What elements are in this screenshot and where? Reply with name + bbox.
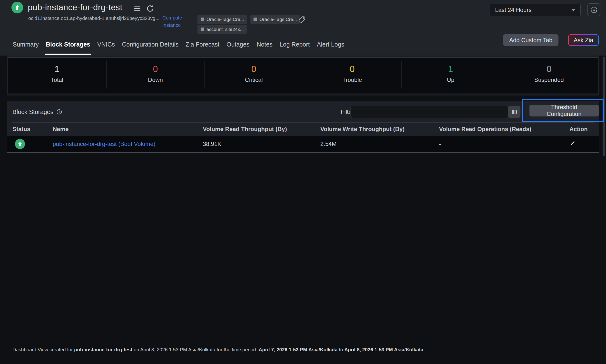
tab-actions: Add Custom Tab Ask Zia — [503, 34, 599, 46]
time-range-value: Last 24 Hours — [495, 7, 531, 13]
table-columns-icon — [511, 108, 518, 116]
refresh-icon[interactable] — [146, 4, 155, 14]
ask-zia-button[interactable]: Ask Zia — [568, 34, 599, 46]
stat-trouble[interactable]: 0 Trouble — [303, 58, 401, 93]
col-name: Name — [53, 126, 203, 132]
stat-value: 1 — [448, 64, 453, 74]
filter-input[interactable] — [350, 106, 508, 118]
table-header-row: Status Name Volume Read Throughput (By) … — [7, 123, 599, 136]
stat-value: 1 — [55, 64, 59, 74]
footer-monitor-name: pub-instance-for-drg-test — [74, 347, 132, 352]
footer-text: . — [423, 347, 426, 352]
stat-suspended[interactable]: 0 Suspended — [500, 58, 598, 93]
tag-chip[interactable]: Oracle-Tags.Cre... — [198, 15, 247, 24]
table-row: pub-instance-for-drg-test (Boot Volume) … — [7, 136, 599, 153]
tab-zia-forecast[interactable]: Zia Forecast — [185, 41, 219, 50]
tab-block-storages[interactable]: Block Storages — [46, 41, 90, 50]
ask-zia-label: Ask Zia — [569, 35, 598, 45]
tab-log-report[interactable]: Log Report — [280, 41, 310, 50]
tab-outages[interactable]: Outages — [226, 41, 250, 50]
section-title: Block Storages — [13, 108, 53, 116]
stat-total[interactable]: 1 Total — [8, 58, 106, 93]
tab-bar: Summary Block Storages VNICs Configurati… — [13, 41, 344, 50]
read-throughput-value: 38.91K — [203, 141, 320, 147]
col-read-throughput: Volume Read Throughput (By) — [203, 126, 320, 132]
page-title: pub-instance-for-drg-test — [28, 2, 122, 12]
ocid-text: ocid1.instance.oc1.ap-hyderabad-1.anuhsl… — [28, 16, 159, 21]
tab-alert-logs[interactable]: Alert Logs — [317, 41, 344, 50]
footer-period-start: April 7, 2026 1:53 PM Asia/Kolkata — [259, 347, 338, 352]
column-picker-button[interactable] — [508, 106, 520, 118]
tab-summary[interactable]: Summary — [13, 41, 39, 50]
stat-label: Down — [148, 77, 163, 83]
stat-label: Critical — [245, 77, 263, 83]
tag-label: Oracle-Tags.Cre... — [207, 17, 244, 22]
stat-up[interactable]: 1 Up — [401, 58, 500, 93]
footer-text: on April 8, 2026 1:53 PM Asia/Kolkata fo… — [132, 347, 259, 352]
header-bar: pub-instance-for-drg-test ocid1.instance… — [0, 0, 606, 55]
tab-configuration-details[interactable]: Configuration Details — [122, 41, 178, 50]
chevron-down-icon — [571, 9, 576, 12]
tag-color-swatch — [201, 27, 204, 31]
edit-pencil-icon[interactable] — [569, 140, 576, 148]
status-summary-wrap: 1 Total 0 Down 0 Critical 0 Trouble 1 Up… — [7, 55, 599, 95]
info-icon[interactable] — [56, 109, 62, 115]
read-operations-value: - — [439, 141, 569, 147]
stat-down[interactable]: 0 Down — [106, 58, 205, 93]
footer-period-end: April 8, 2026 1:53 PM Asia/Kolkata — [344, 347, 423, 352]
expand-view-button[interactable] — [587, 3, 600, 16]
volume-name-link[interactable]: pub-instance-for-drg-test (Boot Volume) — [53, 141, 156, 147]
tag-label: Oracle-Tags.Cre... — [259, 17, 297, 22]
stat-value: 0 — [251, 64, 256, 74]
stat-value: 0 — [153, 64, 158, 74]
vertical-scrollbar-thumb[interactable] — [603, 56, 605, 156]
tab-vnics[interactable]: VNICs — [97, 41, 115, 50]
col-write-throughput: Volume Write Throughput (By) — [320, 126, 439, 132]
add-custom-tab-button[interactable]: Add Custom Tab — [503, 34, 558, 46]
col-read-operations: Volume Read Operations (Reads) — [439, 126, 569, 132]
stat-label: Suspended — [534, 77, 564, 83]
hamburger-menu-icon[interactable] — [133, 4, 142, 14]
tag-chip[interactable]: account_site24x... — [198, 25, 247, 34]
tag-color-swatch — [201, 18, 204, 21]
block-storages-panel: Block Storages Filter — [7, 101, 599, 153]
monitor-status-up-icon — [12, 2, 23, 13]
stat-label: Total — [51, 77, 63, 83]
stat-label: Up — [447, 77, 454, 83]
block-storages-header-row: Block Storages Filter — [7, 101, 599, 123]
col-status: Status — [13, 126, 53, 132]
col-action: Action — [569, 126, 599, 132]
stat-critical[interactable]: 0 Critical — [205, 58, 303, 93]
tab-notes[interactable]: Notes — [257, 41, 273, 50]
pop-out-icon — [590, 6, 598, 14]
footer-text: to — [338, 347, 344, 352]
tag-icon[interactable] — [298, 16, 306, 25]
stat-label: Trouble — [343, 77, 362, 83]
stat-value: 0 — [350, 64, 355, 74]
app-root: pub-instance-for-drg-test ocid1.instance… — [0, 0, 606, 364]
status-summary-panel: 1 Total 0 Down 0 Critical 0 Trouble 1 Up… — [8, 57, 598, 94]
up-arrow-icon — [14, 4, 21, 11]
stat-value: 0 — [547, 64, 551, 74]
tag-chip[interactable]: Oracle-Tags.Cre... — [250, 15, 300, 24]
monitor-type-link[interactable]: Compute Instance — [162, 14, 189, 29]
footer-text: Dashboard View created for — [13, 347, 74, 352]
tag-label: account_site24x... — [207, 27, 244, 32]
dashboard-footer-note: Dashboard View created for pub-instance-… — [13, 347, 426, 352]
tag-color-swatch — [253, 18, 257, 21]
row-status-up-icon — [15, 139, 25, 149]
time-range-dropdown[interactable]: Last 24 Hours — [490, 4, 581, 16]
threshold-configuration-button[interactable]: Threshold Configuration — [529, 105, 599, 117]
write-throughput-value: 2.54M — [320, 141, 439, 147]
